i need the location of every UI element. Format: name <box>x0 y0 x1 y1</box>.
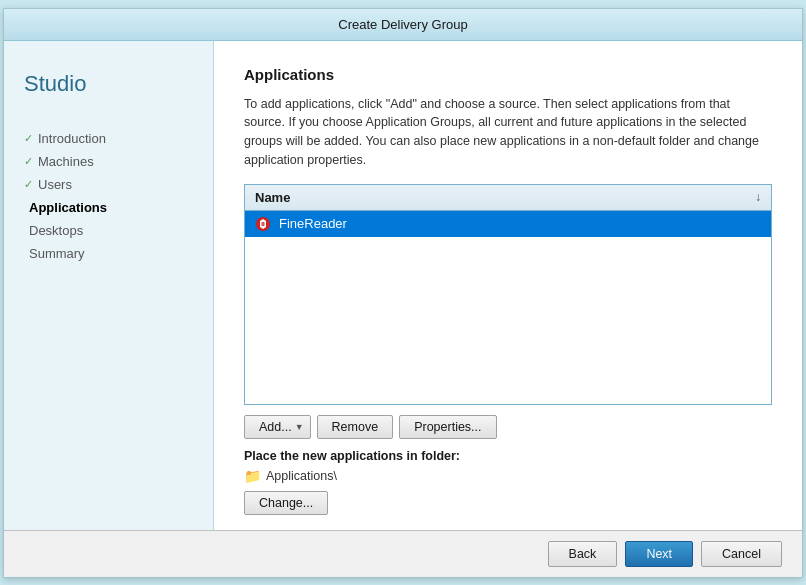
sidebar-label-machines: Machines <box>38 154 94 169</box>
add-button[interactable]: Add... ▼ <box>244 415 311 439</box>
sort-icon: ↓ <box>755 190 761 204</box>
table-row[interactable]: FineReader <box>245 211 771 237</box>
check-icon-machines: ✓ <box>24 155 33 168</box>
studio-logo: Studio <box>24 71 203 97</box>
main-content: Applications To add applications, click … <box>214 41 802 530</box>
sidebar-label-desktops: Desktops <box>29 223 83 238</box>
folder-section: Place the new applications in folder: 📁 … <box>244 449 772 515</box>
check-icon-users: ✓ <box>24 178 33 191</box>
nav-list: ✓ Introduction ✓ Machines ✓ Users Applic… <box>24 127 203 265</box>
properties-button[interactable]: Properties... <box>399 415 496 439</box>
main-window: Create Delivery Group Studio ✓ Introduct… <box>3 8 803 578</box>
applications-table[interactable]: Name ↓ FineReader <box>244 184 772 405</box>
cancel-button[interactable]: Cancel <box>701 541 782 567</box>
dropdown-arrow-icon: ▼ <box>295 422 304 432</box>
sidebar-label-applications: Applications <box>29 200 107 215</box>
sidebar-label-users: Users <box>38 177 72 192</box>
sidebar-item-machines[interactable]: ✓ Machines <box>24 150 203 173</box>
change-folder-button[interactable]: Change... <box>244 491 328 515</box>
description-text: To add applications, click "Add" and cho… <box>244 95 772 170</box>
sidebar-label-introduction: Introduction <box>38 131 106 146</box>
folder-path-text: Applications\ <box>266 469 337 483</box>
add-button-label: Add... <box>259 420 292 434</box>
sidebar-item-users[interactable]: ✓ Users <box>24 173 203 196</box>
back-button[interactable]: Back <box>548 541 618 567</box>
sidebar: Studio ✓ Introduction ✓ Machines ✓ Users… <box>4 41 214 530</box>
sidebar-item-applications[interactable]: Applications <box>24 196 203 219</box>
title-bar: Create Delivery Group <box>4 9 802 41</box>
next-button[interactable]: Next <box>625 541 693 567</box>
content-area: Studio ✓ Introduction ✓ Machines ✓ Users… <box>4 41 802 530</box>
action-buttons: Add... ▼ Remove Properties... <box>244 415 772 439</box>
folder-path: 📁 Applications\ <box>244 468 772 484</box>
sidebar-item-desktops[interactable]: Desktops <box>24 219 203 242</box>
table-header: Name ↓ <box>245 185 771 211</box>
window-title: Create Delivery Group <box>338 17 467 32</box>
check-icon-introduction: ✓ <box>24 132 33 145</box>
folder-icon: 📁 <box>244 468 261 484</box>
column-name-header: Name <box>255 190 290 205</box>
app-icon-finereader <box>255 216 271 232</box>
remove-button[interactable]: Remove <box>317 415 394 439</box>
folder-label: Place the new applications in folder: <box>244 449 772 463</box>
sidebar-item-summary[interactable]: Summary <box>24 242 203 265</box>
section-title: Applications <box>244 66 772 83</box>
sidebar-label-summary: Summary <box>29 246 85 261</box>
sidebar-item-introduction[interactable]: ✓ Introduction <box>24 127 203 150</box>
app-name-finereader: FineReader <box>279 216 347 231</box>
footer: Back Next Cancel <box>4 530 802 577</box>
